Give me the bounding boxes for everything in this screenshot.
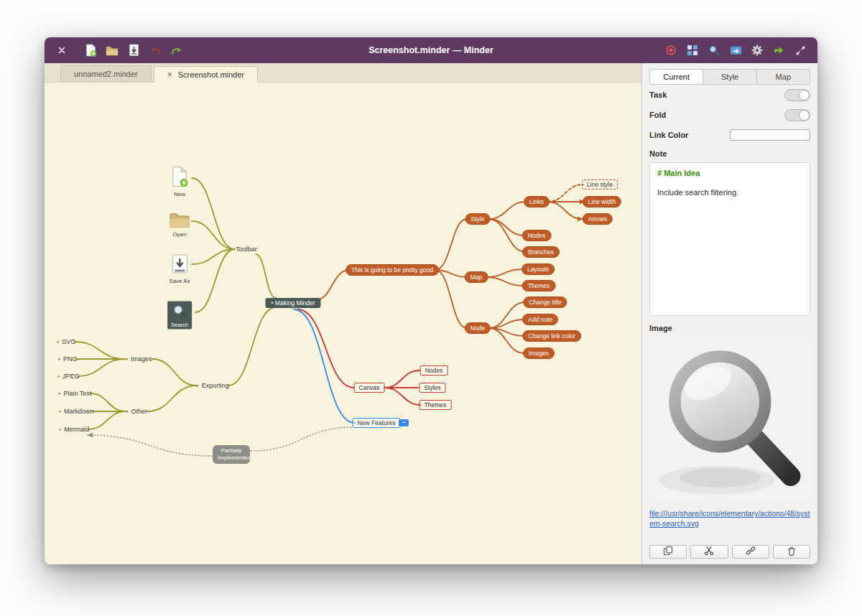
search-icon: [708, 45, 720, 56]
mindmap-node-label: Map: [471, 274, 483, 281]
mindmap-node-other[interactable]: Other: [126, 408, 147, 415]
note-label: Note: [649, 149, 667, 158]
export-image-button[interactable]: [727, 42, 744, 59]
mindmap-node-partially-implemented[interactable]: Partially Implemented: [213, 445, 250, 464]
mindmap-node-change-link-color[interactable]: Change link color: [522, 330, 581, 342]
mindmap-node-exporting[interactable]: Exporting: [196, 382, 229, 389]
magnifier-image: [654, 337, 805, 504]
tab-map[interactable]: Map: [756, 70, 810, 84]
mindmap-canvas[interactable]: NewOpenSave AsSearchToolbarMaking Minder…: [45, 83, 641, 564]
copy-button[interactable]: [649, 545, 687, 559]
mindmap-node-new[interactable]: New: [170, 167, 189, 197]
node-image-preview[interactable]: [649, 337, 810, 504]
delete-button[interactable]: [773, 545, 810, 559]
mindmap-node-label: PNG: [57, 355, 77, 363]
mindmap-node-plain-text[interactable]: Plain Text: [58, 390, 91, 397]
mindmap-node-label: Markdown: [58, 408, 93, 415]
mindmap-node-making-minder[interactable]: Making Minder: [265, 298, 320, 308]
grid-icon: [687, 45, 698, 56]
undo-icon: [149, 45, 162, 55]
fullscreen-button[interactable]: [792, 42, 809, 59]
mindmap-node-jpeg[interactable]: JPEG: [57, 373, 79, 380]
task-toggle[interactable]: [784, 89, 810, 101]
mindmap-node-note-badge[interactable]: [399, 419, 409, 426]
mindmap-node-toolbar[interactable]: Toolbar: [236, 246, 257, 253]
tab-label: unnamed2.minder: [74, 70, 138, 78]
open-document-button[interactable]: [103, 42, 121, 59]
mindmap-node-label: Nodes: [425, 367, 443, 374]
link-color-button[interactable]: [730, 129, 810, 141]
mindmap-node-search[interactable]: Search: [167, 302, 192, 330]
mindmap-node-layouts[interactable]: Layouts: [522, 263, 555, 275]
mindmap-node-style[interactable]: Style: [465, 213, 491, 225]
mindmap-node-line-style[interactable]: Line style: [582, 179, 618, 190]
focus-mode-button[interactable]: [662, 42, 680, 59]
mindmap-node-svg[interactable]: SVG: [57, 338, 76, 345]
mindmap-node-add-note[interactable]: Add note: [522, 314, 558, 325]
mindmap-node-node[interactable]: Node: [465, 322, 491, 334]
mindmap-node-new-features[interactable]: New Features: [353, 418, 401, 428]
image-source-link[interactable]: file:///usr/share/icons/elementary/actio…: [649, 508, 810, 528]
tab-current[interactable]: Current: [650, 70, 703, 84]
save-as-button[interactable]: [125, 42, 142, 59]
new-document-button[interactable]: [82, 42, 99, 59]
link-color-row: Link Color: [649, 125, 810, 145]
mindmap-node-map[interactable]: Map: [465, 271, 488, 283]
mindmap-node-png[interactable]: PNG: [57, 355, 77, 363]
mindmap-node-label: Images: [529, 350, 549, 357]
trash-icon: [787, 546, 797, 558]
mindmap-node-main[interactable]: This is going to be pretty good: [346, 264, 439, 276]
mindmap-node-styles-canvas[interactable]: Styles: [419, 383, 445, 393]
task-label: Task: [649, 90, 667, 99]
mindmap-node-themes-map[interactable]: Themes: [522, 280, 556, 291]
mindmap-node-links[interactable]: Links: [524, 196, 550, 207]
document-tabbar: unnamed2.minder × Screenshot.minder: [45, 63, 641, 83]
mindmap-node-change-title[interactable]: Change title: [523, 297, 567, 308]
mindmap-node-label: Branches: [528, 248, 554, 256]
close-window-button[interactable]: [53, 42, 70, 59]
new-document-icon: [85, 44, 97, 57]
mindmap-node-markdown[interactable]: Markdown: [58, 408, 93, 415]
scissors-icon: [704, 546, 714, 558]
overview-button[interactable]: [684, 42, 701, 59]
tab-style[interactable]: Style: [703, 70, 756, 84]
image-label-row: Image: [649, 319, 810, 337]
settings-button[interactable]: [749, 42, 766, 59]
unlink-icon: [746, 546, 756, 558]
fold-toggle[interactable]: [784, 109, 810, 121]
mindmap-node-label: Mermaid: [59, 426, 90, 433]
mindmap-node-themes-canvas[interactable]: Themes: [420, 400, 452, 410]
mindmap-node-branches[interactable]: Branches: [522, 246, 560, 258]
undo-button[interactable]: [147, 42, 164, 59]
mindmap-node-label: This is going to be pretty good: [351, 266, 433, 274]
mindmap-node-label: Node: [471, 325, 485, 332]
task-row: Task: [649, 85, 810, 105]
share-arrow-icon: [773, 45, 784, 56]
mindmap-node-line-width[interactable]: Line width: [583, 196, 621, 207]
mindmap-node-arrows[interactable]: Arrows: [583, 213, 613, 225]
mindmap-node-images-node[interactable]: Images: [523, 347, 555, 359]
search-button[interactable]: [705, 42, 723, 59]
titlebar[interactable]: Screenshot.minder — Minder: [45, 37, 817, 63]
note-editor[interactable]: # Main Idea Include search filtering.: [649, 162, 810, 316]
cut-button[interactable]: [690, 545, 728, 559]
unlink-button[interactable]: [732, 545, 769, 559]
tab-screenshot[interactable]: × Screenshot.minder: [154, 66, 258, 83]
mindmap-node-canvas[interactable]: Canvas: [354, 383, 385, 393]
mindmap-node-label: Change title: [529, 299, 561, 306]
note-body: Include search filtering.: [657, 188, 802, 197]
fullscreen-icon: [795, 45, 806, 56]
mindmap-node-nodes-canvas[interactable]: Nodes: [420, 365, 448, 375]
mindmap-node-mermaid[interactable]: Mermaid: [59, 426, 90, 433]
tab-unnamed2[interactable]: unnamed2.minder: [60, 65, 152, 82]
tab-close-icon[interactable]: ×: [167, 70, 172, 79]
mindmap-node-nodes-style[interactable]: Nodes: [522, 230, 552, 241]
mindmap-node-open[interactable]: Open: [170, 213, 190, 238]
mindmap-node-save-as[interactable]: Save As: [169, 254, 190, 284]
mindmap-node-images-export[interactable]: Images: [125, 355, 152, 363]
mindmap-node-label: Nodes: [528, 232, 546, 239]
mindmap-node-label: Plain Text: [58, 390, 91, 397]
share-button[interactable]: [770, 42, 787, 59]
mindmap-node-label: Toolbar: [236, 246, 257, 253]
redo-button[interactable]: [168, 42, 185, 59]
